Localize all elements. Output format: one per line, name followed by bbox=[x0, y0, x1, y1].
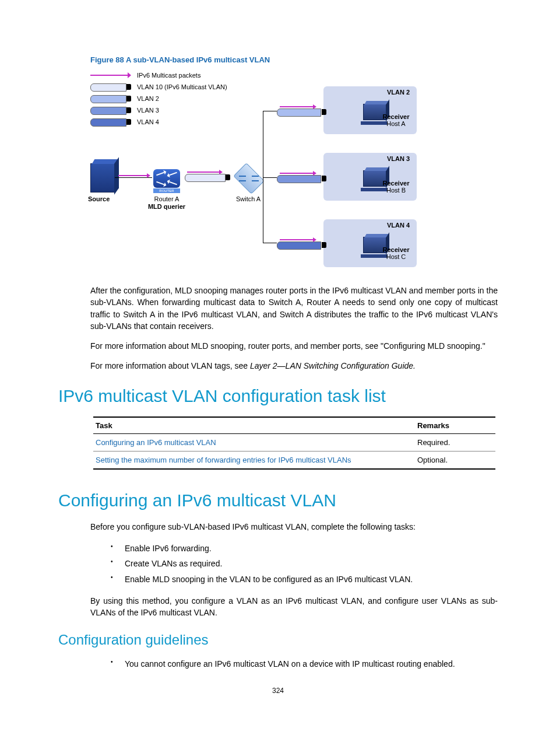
remarks-cell: Optional. bbox=[415, 451, 495, 469]
router-icon bbox=[153, 169, 180, 188]
port-icon bbox=[277, 108, 326, 116]
host-label: Host B bbox=[386, 187, 406, 194]
legend-label: VLAN 3 bbox=[137, 107, 159, 114]
page-number: 324 bbox=[58, 687, 498, 695]
vlan-title: VLAN 3 bbox=[387, 155, 410, 162]
vlan-group: VLAN 2 ReceiverHost A bbox=[323, 86, 417, 134]
legend-label: IPv6 Multicast packets bbox=[137, 72, 200, 79]
port-icon bbox=[185, 174, 230, 181]
vlan-group: VLAN 3 ReceiverHost B bbox=[323, 153, 417, 201]
table-row: Setting the maximum number of forwarding… bbox=[93, 451, 495, 469]
mld-querier-label: MLD querier bbox=[146, 203, 188, 210]
port-icon bbox=[90, 95, 131, 103]
table-header: Remarks bbox=[415, 417, 495, 434]
port-icon bbox=[90, 83, 131, 91]
list-item: Enable MLD snooping in the VLAN to be co… bbox=[111, 572, 498, 587]
section-heading: Configuring an IPv6 multicast VLAN bbox=[58, 491, 498, 510]
source-label: Source bbox=[88, 195, 110, 202]
table-row: Configuring an IPv6 multicast VLAN Requi… bbox=[93, 433, 495, 451]
switch-label: Switch A bbox=[232, 195, 265, 202]
list-item: You cannot configure an IPv6 multicast V… bbox=[111, 656, 498, 671]
port-icon bbox=[90, 118, 131, 126]
receiver-label: Receiver bbox=[383, 113, 410, 120]
port-icon bbox=[90, 107, 131, 114]
paragraph: For more information about VLAN tags, se… bbox=[58, 360, 498, 372]
bullet-list: Enable IPv6 forwarding. Create VLANs as … bbox=[58, 541, 498, 587]
port-icon bbox=[277, 175, 326, 183]
figure-caption: Figure 88 A sub-VLAN-based IPv6 multicas… bbox=[58, 55, 498, 64]
host-label: Host C bbox=[386, 253, 406, 260]
vlan-title: VLAN 4 bbox=[387, 222, 410, 229]
router-label: Router A bbox=[153, 195, 180, 202]
receiver-label: Receiver bbox=[383, 180, 410, 187]
task-link[interactable]: Setting the maximum number of forwarding… bbox=[96, 456, 351, 464]
legend-arrow-icon bbox=[90, 72, 131, 79]
list-item: Enable IPv6 forwarding. bbox=[111, 541, 498, 556]
paragraph: For more information about MLD snooping,… bbox=[58, 340, 498, 352]
paragraph: By using this method, you configure a VL… bbox=[58, 595, 498, 619]
table-header: Task bbox=[93, 417, 415, 434]
port-icon bbox=[277, 242, 326, 249]
task-table: Task Remarks Configuring an IPv6 multica… bbox=[93, 416, 495, 470]
section-heading: IPv6 multicast VLAN configuration task l… bbox=[58, 386, 498, 406]
arrow-icon bbox=[280, 106, 314, 107]
host-label: Host A bbox=[386, 120, 405, 127]
remarks-cell: Required. bbox=[415, 433, 495, 451]
switch-icon bbox=[233, 163, 265, 194]
list-item: Create VLANs as required. bbox=[111, 556, 498, 571]
task-link[interactable]: Configuring an IPv6 multicast VLAN bbox=[96, 438, 216, 447]
legend-label: VLAN 10 (IPv6 Multicast VLAN) bbox=[137, 83, 227, 90]
receiver-label: Receiver bbox=[383, 246, 410, 253]
subsection-heading: Configuration guidelines bbox=[58, 632, 498, 648]
arrow-icon bbox=[280, 239, 314, 240]
arrow-icon bbox=[118, 175, 147, 176]
legend-label: VLAN 2 bbox=[137, 95, 159, 102]
vlan-group: VLAN 4 ReceiverHost C bbox=[323, 219, 417, 267]
arrow-icon bbox=[280, 173, 314, 174]
paragraph: After the configuration, MLD snooping ma… bbox=[58, 285, 498, 332]
server-icon bbox=[90, 163, 115, 192]
bullet-list: You cannot configure an IPv6 multicast V… bbox=[58, 656, 498, 671]
arrow-icon bbox=[187, 172, 220, 173]
vlan-title: VLAN 2 bbox=[387, 89, 410, 96]
legend-label: VLAN 4 bbox=[137, 118, 159, 125]
paragraph: Before you configure sub-VLAN-based IPv6… bbox=[58, 521, 498, 533]
diagram: IPv6 Multicast packets VLAN 10 (IPv6 Mul… bbox=[58, 70, 498, 268]
